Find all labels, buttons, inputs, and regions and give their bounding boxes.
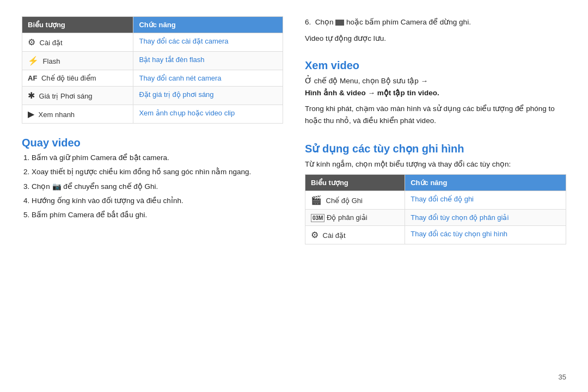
stop-icon <box>335 20 344 26</box>
su-dung-p1: Từ kính ngắm, chọn một biểu tượng và tha… <box>305 158 566 170</box>
xem-video-section: Xem video Ở chế độ Menu, chọn Bộ sưu tập… <box>305 59 566 131</box>
play-icon: ▶ <box>28 109 34 119</box>
table2-col2-header: Chức năng <box>405 175 566 191</box>
table1-row5-icon: ▶ Xem nhanh <box>22 105 133 124</box>
table1-row5-func: Xem ảnh chụp hoặc video clip <box>133 105 283 124</box>
step6-note: Video tự động được lưu. <box>305 33 566 45</box>
table1-row4-icon: ✱ Giá trị Phơi sáng <box>22 87 133 105</box>
quay-video-title: Quay video <box>22 137 283 149</box>
su-dung-text: Từ kính ngắm, chọn một biểu tượng và tha… <box>305 158 566 170</box>
xem-video-bold: Hình ảnh & video → một tập tin video. <box>305 89 439 97</box>
table-row: ⚙ Cài đặt Thay đổi các tùy chọn ghi hình <box>305 226 566 244</box>
right-column: 6. Chọn hoặc bấm phím Camera để dừng ghi… <box>305 16 566 376</box>
quay-video-steps: Bấm và giữ phím Camera để bật camera. Xo… <box>22 152 283 220</box>
camera-icon: 📷 <box>52 182 62 191</box>
xem-video-text: Ở chế độ Menu, chọn Bộ sưu tập → Hình ản… <box>305 75 566 126</box>
table2-row3-func: Thay đổi các tùy chọn ghi hình <box>405 226 566 244</box>
table-row: AF Chế độ tiêu điểm Thay đổi canh nét ca… <box>22 70 283 87</box>
table-row: ⚙ Cài đặt Thay đổi các cài đặt camera <box>22 33 283 52</box>
exposure-icon: ✱ <box>28 91 35 100</box>
icon-table-1-container: Biểu tượng Chức năng ⚙ Cài đặt Thay đổi … <box>22 16 283 124</box>
table1-row2-func: Bật hay tắt đèn flash <box>133 52 283 70</box>
table2-row2-icon: 03M Độ phân giải <box>305 210 405 226</box>
step6-block: 6. Chọn hoặc bấm phím Camera để dừng ghi… <box>305 16 566 48</box>
icon-table-1: Biểu tượng Chức năng ⚙ Cài đặt Thay đổi … <box>22 16 283 124</box>
left-column: Biểu tượng Chức năng ⚙ Cài đặt Thay đổi … <box>22 16 283 376</box>
rec-mode-icon: 🎬 <box>311 195 322 205</box>
table2-row1-func: Thay đổi chế độ ghi <box>405 191 566 210</box>
list-item: Chọn 📷 để chuyển sang chế độ Ghi. <box>32 181 283 192</box>
table1-row3-func: Thay đổi canh nét camera <box>133 70 283 87</box>
table2-col1-header: Biểu tượng <box>305 175 405 191</box>
list-item: Bấm và giữ phím Camera để bật camera. <box>32 152 283 163</box>
xem-video-title: Xem video <box>305 59 566 72</box>
table-row: ▶ Xem nhanh Xem ảnh chụp hoặc video clip <box>22 105 283 124</box>
page-container: Biểu tượng Chức năng ⚙ Cài đặt Thay đổi … <box>0 0 588 392</box>
icon-table-2: Biểu tượng Chức năng 🎬 Chế độ Ghi Thay đ… <box>305 174 566 244</box>
table1-col1-header: Biểu tượng <box>22 17 133 33</box>
step6-text: 6. Chọn hoặc bấm phím Camera để dừng ghi… <box>305 16 566 28</box>
flash-icon: ⚡ <box>28 56 39 65</box>
xem-video-p1: Ở chế độ Menu, chọn Bộ sưu tập → Hình ản… <box>305 75 566 99</box>
table-row: ⚡ Flash Bật hay tắt đèn flash <box>22 52 283 70</box>
table1-row2-icon: ⚡ Flash <box>22 52 133 70</box>
table1-row1-func: Thay đổi các cài đặt camera <box>133 33 283 52</box>
table1-row1-icon: ⚙ Cài đặt <box>22 33 133 52</box>
table2-row2-func: Thay đổi tùy chọn độ phân giải <box>405 210 566 226</box>
list-item: Bấm phím Camera để bắt đầu ghi. <box>32 210 283 220</box>
table2-row3-icon: ⚙ Cài đặt <box>305 226 405 244</box>
table2-row1-icon: 🎬 Chế độ Ghi <box>305 191 405 210</box>
resolution-icon: 03M <box>311 214 324 222</box>
table1-col2-header: Chức năng <box>133 17 283 33</box>
list-item: Hướng ống kính vào đối tượng và điều chỉ… <box>32 195 283 206</box>
af-icon: AF <box>28 74 37 82</box>
table-row: 🎬 Chế độ Ghi Thay đổi chế độ ghi <box>305 191 566 210</box>
list-item: Xoay thiết bị ngược chiều kim đồng hồ sa… <box>32 167 283 177</box>
table1-row4-func: Đặt giá trị độ phơi sáng <box>133 87 283 105</box>
su-dung-section: Sử dụng các tùy chọn ghi hình Từ kính ng… <box>305 142 566 245</box>
quay-video-section: Quay video Bấm và giữ phím Camera để bật… <box>22 137 283 220</box>
su-dung-title: Sử dụng các tùy chọn ghi hình <box>305 142 566 155</box>
table-row: 03M Độ phân giải Thay đổi tùy chọn độ ph… <box>305 210 566 226</box>
gear-icon-2: ⚙ <box>311 230 318 240</box>
table1-row3-icon: AF Chế độ tiêu điểm <box>22 70 133 87</box>
table-row: ✱ Giá trị Phơi sáng Đặt giá trị độ phơi … <box>22 87 283 105</box>
xem-video-p2: Trong khi phát, chạm vào màn hình và sử … <box>305 103 566 126</box>
gear-icon: ⚙ <box>28 38 35 47</box>
page-number: 35 <box>559 373 566 381</box>
